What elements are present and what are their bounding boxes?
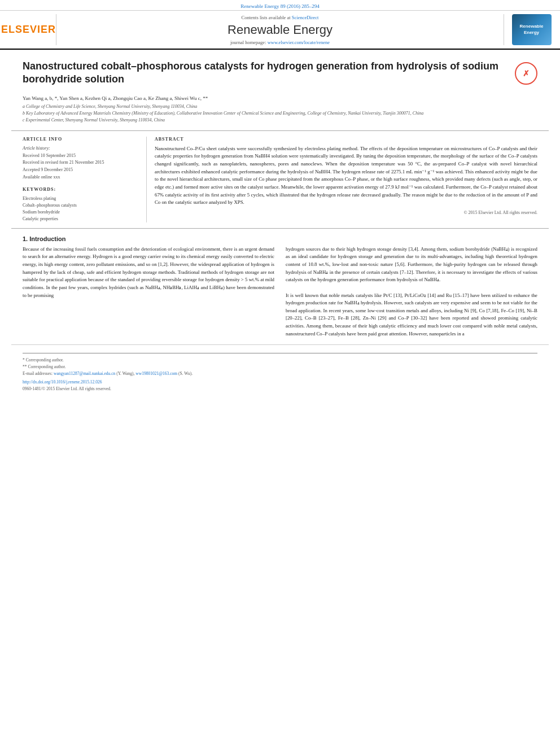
- article-title-container: Nanostructured cobalt–phosphorous cataly…: [23, 60, 509, 86]
- intro-col-right: hydrogen sources due to their high hydro…: [286, 246, 537, 338]
- email-link-2[interactable]: ww19801021@163.com: [135, 371, 177, 376]
- journal-title: Renewable Energy: [61, 23, 499, 37]
- affiliation-c: c Experimental Center, Shenyang Normal U…: [23, 117, 537, 124]
- authors-line: Yan Wang a, b, *, Yan Shen a, Kezhen Qi …: [23, 95, 537, 101]
- article-title-section: Nanostructured cobalt–phosphorous cataly…: [0, 50, 560, 92]
- email-link-1[interactable]: wangyan11287@mail.nankai.edu.cn: [54, 371, 115, 376]
- sciencedirect-link[interactable]: ScienceDirect: [292, 15, 319, 20]
- affiliations: a College of Chemistry and Life Science,…: [23, 103, 537, 124]
- article-title: Nanostructured cobalt–phosphorous cataly…: [23, 60, 509, 86]
- intro-para-2: hydrogen sources due to their high hydro…: [286, 246, 537, 338]
- keyword-4: Catalytic properties: [23, 216, 138, 222]
- elsevier-wordmark: ELSEVIER: [1, 24, 56, 36]
- available-date: Available online xxx: [23, 174, 138, 181]
- article-info-abstract: ARTICLE INFO Article history: Received 1…: [11, 130, 549, 228]
- authors-text: Yan Wang a, b, *, Yan Shen a, Kezhen Qi …: [23, 95, 208, 101]
- abstract-column: ABSTRACT Nanostructured Co–P/Cu sheet ca…: [147, 137, 537, 222]
- journal-homepage: journal homepage: www.elsevier.com/locat…: [61, 40, 499, 45]
- email-label: E-mail addresses:: [23, 371, 53, 376]
- article-body: 1. Introduction Because of the increasin…: [11, 228, 549, 345]
- corresponding-note-2: ** Corresponding author.: [23, 364, 537, 370]
- abstract-title: ABSTRACT: [155, 137, 537, 142]
- footnotes: * Corresponding author. ** Corresponding…: [23, 357, 537, 377]
- copyright-line: © 2015 Elsevier Ltd. All rights reserved…: [155, 210, 537, 215]
- affiliation-a: a College of Chemistry and Life Science,…: [23, 103, 537, 110]
- issn-line: 0960-1481/© 2015 Elsevier Ltd. All right…: [23, 386, 537, 391]
- footer-separator: [23, 353, 537, 353]
- email2-name: (S. Wu).: [178, 371, 193, 376]
- intro-two-col: Because of the increasing fossil fuels c…: [23, 246, 537, 338]
- journal-header: ELSEVIER Contents lists available at Sci…: [0, 11, 560, 50]
- email-line: E-mail addresses: wangyan11287@mail.nank…: [23, 370, 537, 377]
- corresponding-note-1: * Corresponding author.: [23, 357, 537, 364]
- article-history: Article history: Received 10 September 2…: [23, 145, 138, 181]
- intro-heading: 1. Introduction: [23, 235, 537, 242]
- intro-col-left: Because of the increasing fossil fuels c…: [23, 246, 274, 338]
- article-footer: * Corresponding author. ** Corresponding…: [11, 344, 549, 394]
- authors-section: Yan Wang a, b, *, Yan Shen a, Kezhen Qi …: [0, 92, 560, 127]
- keyword-3: Sodium borohydride: [23, 209, 138, 216]
- article-info-title: ARTICLE INFO: [23, 137, 138, 142]
- crossmark-badge[interactable]: ✗: [515, 62, 537, 85]
- abstract-text: Nanostructured Co–P/Cu sheet catalysts w…: [155, 145, 537, 207]
- keyword-1: Electroless plating: [23, 195, 138, 202]
- journal-reference: Renewable Energy 89 (2016) 285–294: [0, 0, 560, 11]
- email1-name: (Y. Wang),: [116, 371, 134, 376]
- accepted-date: Accepted 9 December 2015: [23, 167, 138, 174]
- received-date: Received 10 September 2015: [23, 152, 138, 160]
- renewable-energy-logo: Renewable Energy: [512, 14, 552, 45]
- keywords-section: Keywords: Electroless plating Cobalt–pho…: [23, 187, 138, 222]
- keyword-2: Cobalt–phosphorous catalysts: [23, 202, 138, 209]
- intro-para-1: Because of the increasing fossil fuels c…: [23, 246, 274, 299]
- history-label: Article history:: [23, 145, 138, 152]
- homepage-link[interactable]: www.elsevier.com/locate/renene: [268, 40, 330, 45]
- journal-logo-right: Renewable Energy: [504, 14, 554, 45]
- affiliation-b: b Key Laboratory of Advanced Energy Mate…: [23, 110, 537, 117]
- crossmark-icon: ✗: [523, 69, 530, 78]
- elsevier-logo: ELSEVIER: [6, 14, 56, 45]
- journal-center: Contents lists available at ScienceDirec…: [61, 14, 499, 45]
- article-info-column: ARTICLE INFO Article history: Received 1…: [23, 137, 147, 222]
- doi-link[interactable]: http://dx.doi.org/10.1016/j.renene.2015.…: [23, 379, 537, 385]
- keywords-title: Keywords:: [23, 187, 138, 192]
- contents-line: Contents lists available at ScienceDirec…: [61, 15, 499, 20]
- revised-date: Received in revised form 21 November 201…: [23, 159, 138, 167]
